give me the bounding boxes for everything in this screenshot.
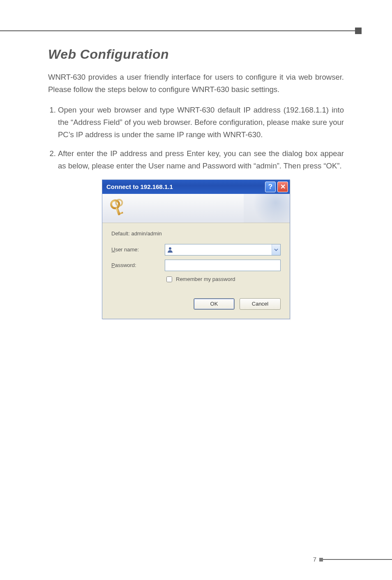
dialog-buttons: OK Cancel [111,298,281,310]
intro-paragraph: WNRT-630 provides a user friendly interf… [48,71,344,96]
top-rule [0,30,355,31]
content-area: Web Configuration WNRT-630 provides a us… [48,47,344,319]
step-item: Open your web browser and type WNRT-630 … [58,104,344,141]
svg-rect-1 [115,207,121,216]
footer-mark [319,558,323,562]
footer-rule [323,559,392,560]
dialog-title: Connect to 192.168.1.1 [106,183,173,190]
svg-rect-2 [120,212,123,214]
svg-point-4 [169,247,171,250]
help-icon[interactable]: ? [265,182,276,192]
password-row: Password: [111,260,281,271]
banner-decor [244,194,290,223]
step-item: After enter the IP address and press Ent… [58,147,344,172]
remember-label: Remember my password [176,276,235,282]
dialog-banner [102,194,290,223]
keys-icon [108,199,127,218]
username-row: User name: [111,244,281,255]
top-registration-mark [355,28,362,34]
remember-checkbox[interactable] [166,276,172,282]
steps-list: Open your web browser and type WNRT-630 … [48,104,344,172]
page-number: 7 [313,556,316,563]
username-field[interactable] [175,244,272,255]
close-icon[interactable]: ✕ [277,182,288,192]
password-field[interactable] [165,260,280,271]
username-input[interactable] [165,244,281,255]
page-title: Web Configuration [48,47,344,62]
chevron-down-icon[interactable] [272,244,280,255]
username-label: User name: [111,246,165,253]
auth-dialog: Connect to 192.168.1.1 ? ✕ [102,180,290,319]
ok-button[interactable]: OK [194,298,235,310]
remember-row: Remember my password [165,275,281,283]
svg-point-0 [111,200,119,208]
dialog-titlebar: Connect to 192.168.1.1 ? ✕ [102,180,290,194]
dialog-figure: Connect to 192.168.1.1 ? ✕ [48,180,344,319]
password-input[interactable] [165,260,281,271]
user-icon [165,244,175,255]
dialog-body: Default: admin/admin User name: [102,223,290,319]
realm-text: Default: admin/admin [111,230,281,237]
password-label: Password: [111,262,165,268]
cancel-button[interactable]: Cancel [240,298,281,310]
